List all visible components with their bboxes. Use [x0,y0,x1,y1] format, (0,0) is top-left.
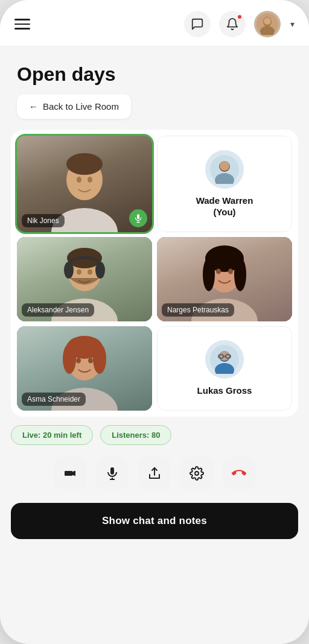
video-toggle-button[interactable] [54,457,86,490]
notification-badge [237,14,243,20]
settings-button[interactable] [180,457,213,490]
page-title: Open days [17,63,292,86]
notifications-button[interactable] [219,11,246,37]
svg-point-29 [228,269,233,274]
svg-point-28 [216,269,221,274]
lukas-name-label: Lukas Gross [197,385,252,397]
aleksander-name-label: Aleksander Jensen [22,303,94,317]
show-chat-section: Show chat and notes [0,498,309,557]
back-to-live-room-button[interactable]: ← Back to Live Room [17,94,131,119]
back-arrow-icon: ← [29,101,38,112]
participant-nik[interactable]: Nik Jones [17,136,152,232]
show-chat-button[interactable]: Show chat and notes [11,503,298,539]
participant-lukas[interactable]: Lukas Gross [157,326,292,411]
narges-name-label: Narges Petrauskas [162,303,234,317]
controls-row [0,451,309,498]
page-title-section: Open days [0,46,309,94]
end-call-button[interactable] [223,457,255,490]
phone-container: ▾ Open days ← Back to Live Room [0,0,309,644]
header-right: ▾ [184,11,295,37]
svg-point-6 [66,153,103,175]
back-btn-section: ← Back to Live Room [0,94,309,130]
svg-point-37 [76,358,81,364]
svg-point-42 [220,351,229,361]
live-status-badge: Live: 20 min left [11,425,93,445]
menu-icon[interactable] [14,19,30,30]
svg-point-20 [95,262,105,279]
wade-name-label: Wade Warren (You) [196,195,253,218]
participant-aleksander[interactable]: Aleksander Jensen [17,237,152,321]
svg-point-7 [77,177,81,183]
svg-point-35 [63,344,76,374]
svg-point-49 [195,472,199,475]
svg-point-38 [88,358,93,364]
user-avatar[interactable] [254,11,281,37]
svg-point-19 [64,262,74,279]
header-left [14,19,30,30]
svg-point-21 [77,270,81,275]
status-row: Live: 20 min left Listeners: 80 [0,417,309,451]
video-grid-section: Nik Jones [0,130,309,417]
participant-narges[interactable]: Narges Petrauskas [157,237,292,321]
lukas-avatar [205,340,244,379]
mic-toggle-button[interactable] [96,457,129,490]
svg-rect-46 [110,467,114,475]
svg-point-15 [220,161,229,171]
listeners-status-badge: Listeners: 80 [100,425,171,445]
svg-point-8 [88,177,92,183]
svg-rect-9 [137,214,139,219]
asma-name-label: Asma Schneider [22,393,86,406]
svg-point-22 [88,270,92,275]
svg-point-27 [234,257,246,291]
mic-active-icon [129,209,147,227]
video-grid: Nik Jones [11,130,298,417]
svg-point-36 [93,344,106,374]
nik-name-label: Nik Jones [22,214,65,227]
participant-wade[interactable]: Wade Warren (You) [157,136,292,232]
header: ▾ [0,0,309,46]
share-button[interactable] [138,457,171,490]
back-button-label: Back to Live Room [43,101,119,112]
svg-point-26 [203,257,215,291]
svg-point-3 [264,17,271,25]
chat-button[interactable] [184,11,211,37]
participant-asma[interactable]: Asma Schneider [17,326,152,411]
chevron-down-icon[interactable]: ▾ [290,19,295,29]
wade-avatar [205,150,244,189]
